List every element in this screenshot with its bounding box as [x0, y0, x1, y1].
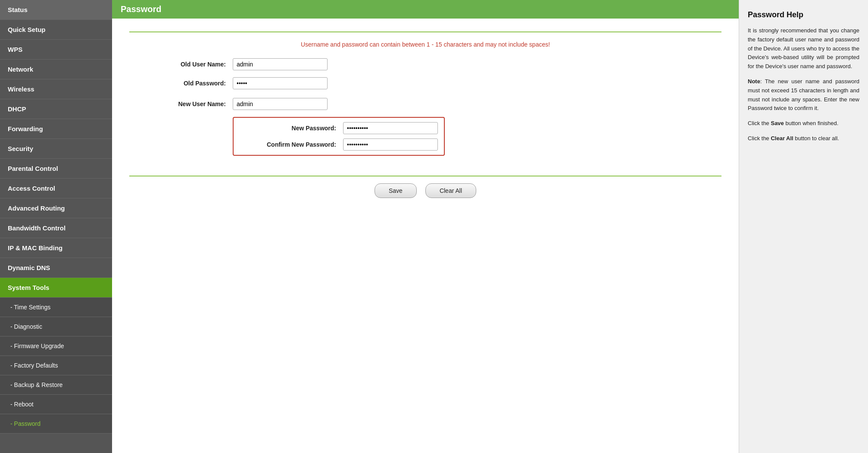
- save-button[interactable]: Save: [375, 183, 417, 198]
- content-body: Username and password can contain betwee…: [112, 19, 739, 207]
- sidebar-item-dynamic-dns[interactable]: Dynamic DNS: [0, 258, 112, 278]
- old-password-row: Old Password:: [129, 77, 721, 89]
- sidebar-item-parental-control[interactable]: Parental Control: [0, 159, 112, 179]
- confirm-password-row: Confirm New Password:: [240, 138, 438, 151]
- button-row: Save Clear All: [129, 176, 721, 198]
- help-para-3: Click the Save button when finished.: [748, 119, 859, 128]
- page-title: Password: [121, 4, 161, 14]
- sidebar-item-firmware-upgrade[interactable]: - Firmware Upgrade: [0, 337, 112, 356]
- sidebar-item-advanced-routing[interactable]: Advanced Routing: [0, 198, 112, 218]
- help-para-1: It is strongly recommended that you chan…: [748, 26, 859, 71]
- new-password-input[interactable]: [343, 122, 438, 134]
- sidebar-item-ip-mac-binding[interactable]: IP & MAC Binding: [0, 238, 112, 258]
- clear-all-button[interactable]: Clear All: [425, 183, 476, 198]
- sidebar-item-factory-defaults[interactable]: - Factory Defaults: [0, 356, 112, 375]
- sidebar-item-dhcp[interactable]: DHCP: [0, 99, 112, 119]
- old-password-input[interactable]: [233, 77, 328, 89]
- new-password-row: New Password:: [240, 122, 438, 134]
- sidebar-item-security[interactable]: Security: [0, 139, 112, 159]
- sidebar-item-system-tools[interactable]: System Tools: [0, 278, 112, 298]
- top-divider: [129, 31, 721, 32]
- old-password-label: Old Password:: [129, 80, 233, 87]
- confirm-password-label: Confirm New Password:: [240, 141, 343, 148]
- new-username-row: New User Name:: [129, 98, 721, 110]
- sidebar-item-backup-restore[interactable]: - Backup & Restore: [0, 375, 112, 395]
- content-panel: Password Username and password can conta…: [112, 0, 739, 453]
- sidebar-item-forwarding[interactable]: Forwarding: [0, 119, 112, 139]
- help-title: Password Help: [748, 10, 859, 19]
- help-para-2: Note: The new user name and password mus…: [748, 77, 859, 113]
- sidebar: StatusQuick SetupWPSNetworkWirelessDHCPF…: [0, 0, 112, 453]
- confirm-password-input[interactable]: [343, 138, 438, 151]
- sidebar-item-password[interactable]: - Password: [0, 414, 112, 434]
- sidebar-item-quick-setup[interactable]: Quick Setup: [0, 20, 112, 40]
- help-panel: Password Help It is strongly recommended…: [739, 0, 868, 453]
- sidebar-item-status[interactable]: Status: [0, 0, 112, 20]
- sidebar-item-access-control[interactable]: Access Control: [0, 179, 112, 198]
- help-para-4: Click the Clear All button to clear all.: [748, 134, 859, 143]
- sidebar-item-wps[interactable]: WPS: [0, 40, 112, 60]
- new-username-input[interactable]: [233, 98, 328, 110]
- new-username-label: New User Name:: [129, 101, 233, 107]
- new-password-label: New Password:: [240, 125, 343, 132]
- old-username-input[interactable]: [233, 58, 328, 70]
- old-username-label: Old User Name:: [129, 61, 233, 68]
- page-header: Password: [112, 0, 739, 19]
- new-password-group: New Password: Confirm New Password:: [233, 117, 445, 156]
- main-content: Password Username and password can conta…: [112, 0, 739, 453]
- sidebar-item-wireless[interactable]: Wireless: [0, 79, 112, 99]
- sidebar-item-network[interactable]: Network: [0, 60, 112, 79]
- sidebar-item-reboot[interactable]: - Reboot: [0, 395, 112, 414]
- sidebar-item-bandwidth-control[interactable]: Bandwidth Control: [0, 218, 112, 238]
- warning-message: Username and password can contain betwee…: [129, 41, 721, 48]
- old-username-row: Old User Name:: [129, 58, 721, 70]
- sidebar-item-diagnostic[interactable]: - Diagnostic: [0, 317, 112, 337]
- sidebar-item-time-settings[interactable]: - Time Settings: [0, 298, 112, 317]
